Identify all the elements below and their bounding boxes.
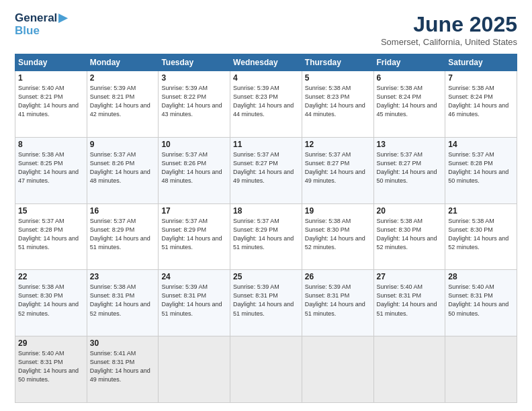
calendar-cell: 17 Sunrise: 5:37 AMSunset: 8:29 PMDaylig… [159,203,230,270]
day-number: 22 [18,272,84,281]
cell-details: Sunrise: 5:37 AMSunset: 8:27 PMDaylight:… [305,151,365,184]
calendar-cell: 13 Sunrise: 5:37 AMSunset: 8:27 PMDaylig… [373,137,445,203]
day-number: 3 [161,73,227,83]
calendar-cell [159,336,230,403]
cell-details: Sunrise: 5:40 AMSunset: 8:31 PMDaylight:… [377,283,437,316]
calendar-subtitle: Somerset, California, United States [381,37,517,47]
calendar-cell: 22 Sunrise: 5:38 AMSunset: 8:30 PMDaylig… [15,270,87,336]
calendar-cell: 21 Sunrise: 5:38 AMSunset: 8:30 PMDaylig… [445,203,517,270]
col-monday: Monday [87,54,159,71]
calendar-cell: 27 Sunrise: 5:40 AMSunset: 8:31 PMDaylig… [373,270,445,336]
title-area: June 2025 Somerset, California, United S… [381,12,517,47]
calendar-cell: 16 Sunrise: 5:37 AMSunset: 8:29 PMDaylig… [87,203,159,270]
cell-details: Sunrise: 5:39 AMSunset: 8:31 PMDaylight:… [161,283,222,316]
cell-details: Sunrise: 5:38 AMSunset: 8:30 PMDaylight:… [18,283,79,316]
cell-details: Sunrise: 5:39 AMSunset: 8:23 PMDaylight:… [233,85,294,118]
calendar-week-3: 15 Sunrise: 5:37 AMSunset: 8:28 PMDaylig… [15,203,517,270]
col-thursday: Thursday [302,54,373,71]
col-friday: Friday [373,54,445,71]
calendar-cell: 18 Sunrise: 5:37 AMSunset: 8:29 PMDaylig… [230,203,302,270]
cell-details: Sunrise: 5:40 AMSunset: 8:31 PMDaylight:… [18,350,79,383]
calendar-cell: 20 Sunrise: 5:38 AMSunset: 8:30 PMDaylig… [373,203,445,270]
calendar-cell: 3 Sunrise: 5:39 AMSunset: 8:22 PMDayligh… [159,71,230,138]
day-number: 21 [448,206,514,216]
cell-details: Sunrise: 5:37 AMSunset: 8:27 PMDaylight:… [377,151,437,184]
day-number: 26 [305,272,371,281]
cell-details: Sunrise: 5:37 AMSunset: 8:29 PMDaylight:… [233,218,294,250]
calendar-title: June 2025 [381,12,517,37]
col-saturday: Saturday [445,54,517,71]
cell-details: Sunrise: 5:40 AMSunset: 8:31 PMDaylight:… [448,283,508,316]
cell-details: Sunrise: 5:37 AMSunset: 8:29 PMDaylight:… [161,218,222,250]
day-number: 20 [377,206,443,216]
calendar-week-5: 29 Sunrise: 5:40 AMSunset: 8:31 PMDaylig… [15,336,517,403]
day-number: 11 [233,140,299,149]
calendar-cell: 9 Sunrise: 5:37 AMSunset: 8:26 PMDayligh… [87,137,159,203]
cell-details: Sunrise: 5:37 AMSunset: 8:28 PMDaylight:… [448,151,508,184]
calendar-cell: 24 Sunrise: 5:39 AMSunset: 8:31 PMDaylig… [159,270,230,336]
day-number: 10 [161,140,227,149]
calendar-cell [445,336,517,403]
cell-details: Sunrise: 5:39 AMSunset: 8:21 PMDaylight:… [90,85,150,118]
cell-details: Sunrise: 5:37 AMSunset: 8:28 PMDaylight:… [18,218,79,250]
calendar-cell: 29 Sunrise: 5:40 AMSunset: 8:31 PMDaylig… [15,336,87,403]
day-number: 25 [233,272,299,281]
day-number: 29 [18,338,84,348]
col-wednesday: Wednesday [230,54,302,71]
calendar-cell: 11 Sunrise: 5:37 AMSunset: 8:27 PMDaylig… [230,137,302,203]
day-number: 17 [161,206,227,216]
calendar-cell: 12 Sunrise: 5:37 AMSunset: 8:27 PMDaylig… [302,137,373,203]
calendar-cell: 10 Sunrise: 5:37 AMSunset: 8:26 PMDaylig… [159,137,230,203]
cell-details: Sunrise: 5:38 AMSunset: 8:24 PMDaylight:… [377,85,437,118]
day-number: 24 [161,272,227,281]
cell-details: Sunrise: 5:37 AMSunset: 8:26 PMDaylight:… [161,151,222,184]
day-number: 12 [305,140,371,149]
calendar-cell: 19 Sunrise: 5:38 AMSunset: 8:30 PMDaylig… [302,203,373,270]
calendar-cell: 2 Sunrise: 5:39 AMSunset: 8:21 PMDayligh… [87,71,159,138]
cell-details: Sunrise: 5:37 AMSunset: 8:29 PMDaylight:… [90,218,150,250]
cell-details: Sunrise: 5:38 AMSunset: 8:24 PMDaylight:… [448,85,508,118]
day-number: 27 [377,272,443,281]
cell-details: Sunrise: 5:39 AMSunset: 8:31 PMDaylight:… [233,283,294,316]
cell-details: Sunrise: 5:38 AMSunset: 8:30 PMDaylight:… [448,218,508,250]
cell-details: Sunrise: 5:38 AMSunset: 8:23 PMDaylight:… [305,85,365,118]
cell-details: Sunrise: 5:38 AMSunset: 8:30 PMDaylight:… [377,218,437,250]
day-number: 7 [448,73,514,83]
day-number: 4 [233,73,299,83]
day-number: 8 [18,140,84,149]
calendar-table: Sunday Monday Tuesday Wednesday Thursday… [15,54,517,403]
calendar-cell: 15 Sunrise: 5:37 AMSunset: 8:28 PMDaylig… [15,203,87,270]
page: General▶ Blue June 2025 Somerset, Califo… [0,0,532,411]
logo-line1: General▶ [15,12,67,25]
day-number: 15 [18,206,84,216]
day-number: 9 [90,140,156,149]
day-number: 28 [448,272,514,281]
day-number: 30 [90,338,156,348]
calendar-cell [302,336,373,403]
calendar-body: 1 Sunrise: 5:40 AMSunset: 8:21 PMDayligh… [15,71,517,403]
calendar-cell [373,336,445,403]
calendar-cell: 23 Sunrise: 5:38 AMSunset: 8:31 PMDaylig… [87,270,159,336]
calendar-cell: 6 Sunrise: 5:38 AMSunset: 8:24 PMDayligh… [373,71,445,138]
col-sunday: Sunday [15,54,87,71]
calendar-week-4: 22 Sunrise: 5:38 AMSunset: 8:30 PMDaylig… [15,270,517,336]
cell-details: Sunrise: 5:39 AMSunset: 8:22 PMDaylight:… [161,85,222,118]
header-row: Sunday Monday Tuesday Wednesday Thursday… [15,54,517,71]
col-tuesday: Tuesday [159,54,230,71]
calendar-cell: 30 Sunrise: 5:41 AMSunset: 8:31 PMDaylig… [87,336,159,403]
day-number: 6 [377,73,443,83]
calendar-cell: 4 Sunrise: 5:39 AMSunset: 8:23 PMDayligh… [230,71,302,138]
cell-details: Sunrise: 5:37 AMSunset: 8:26 PMDaylight:… [90,151,150,184]
calendar-cell: 26 Sunrise: 5:39 AMSunset: 8:31 PMDaylig… [302,270,373,336]
day-number: 19 [305,206,371,216]
calendar-week-2: 8 Sunrise: 5:38 AMSunset: 8:25 PMDayligh… [15,137,517,203]
cell-details: Sunrise: 5:41 AMSunset: 8:31 PMDaylight:… [90,350,150,383]
day-number: 5 [305,73,371,83]
cell-details: Sunrise: 5:39 AMSunset: 8:31 PMDaylight:… [305,283,365,316]
calendar-cell [230,336,302,403]
calendar-cell: 25 Sunrise: 5:39 AMSunset: 8:31 PMDaylig… [230,270,302,336]
calendar-cell: 1 Sunrise: 5:40 AMSunset: 8:21 PMDayligh… [15,71,87,138]
calendar-cell: 5 Sunrise: 5:38 AMSunset: 8:23 PMDayligh… [302,71,373,138]
day-number: 18 [233,206,299,216]
logo: General▶ Blue [15,12,67,37]
